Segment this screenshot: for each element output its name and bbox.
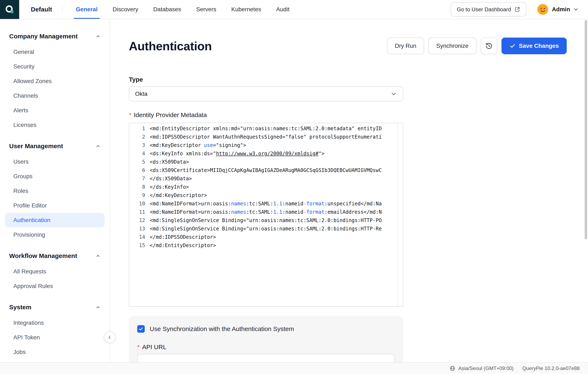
user-avatar[interactable]	[537, 4, 548, 15]
sidebar: Company ManagementGeneralSecurityAllowed…	[0, 19, 110, 362]
sidebar-item-alerts[interactable]: Alerts	[5, 103, 105, 118]
tab-servers[interactable]: Servers	[189, 0, 224, 19]
chevron-down-icon[interactable]	[573, 6, 579, 12]
sidebar-item-groups[interactable]: Groups	[5, 169, 105, 184]
app-window: Default GeneralDiscoveryDatabasesServers…	[0, 0, 588, 374]
sidebar-item-channels[interactable]: Channels	[5, 88, 105, 103]
code-line: 13<md:SingleSignOnService Binding="urn:o…	[129, 225, 403, 233]
user-name-label[interactable]: Admin	[552, 6, 570, 13]
line-number: 6	[129, 166, 145, 175]
sidebar-item-provisioning[interactable]: Provisioning	[5, 228, 105, 242]
code-line: 3<md:KeyDescriptor use="signing">	[129, 141, 403, 149]
sidebar-item-roles[interactable]: Roles	[5, 184, 105, 198]
sidebar-item-approval-rules[interactable]: Approval Rules	[5, 279, 105, 293]
sidebar-section-title-text: Workflow Management	[9, 252, 77, 259]
tab-databases[interactable]: Databases	[146, 0, 189, 19]
page-scrollbar[interactable]	[585, 20, 587, 239]
line-number: 9	[129, 191, 145, 199]
code-line: 15</md:EntityDescriptor>	[129, 241, 403, 250]
sidebar-section: User ManagementUsersGroupsRolesProfile E…	[0, 142, 110, 242]
code-line: 6<ds:X509Certificate>MIIDqjCCApKgAwIBAgI…	[129, 166, 403, 175]
line-number: 15	[129, 241, 145, 250]
sidebar-section-title-workflow-management[interactable]: Workflow Management	[0, 251, 110, 261]
sidebar-section: SystemIntegrationsAPI TokenJobs	[0, 303, 110, 359]
code-line: 5<ds:X509Data>	[129, 158, 403, 166]
sidebar-item-allowed-zones[interactable]: Allowed Zones	[5, 74, 105, 88]
go-to-user-dashboard-button[interactable]: Go to User Dashboard	[451, 2, 526, 16]
sidebar-item-authentication[interactable]: Authentication	[5, 213, 105, 228]
line-code: </ds:X509Data>	[150, 175, 192, 183]
line-number: 5	[129, 158, 145, 166]
sidebar-section-title-system[interactable]: System	[0, 303, 110, 312]
type-field-label: Type	[129, 76, 403, 83]
code-line: 14</md:IDPSSODescriptor>	[129, 233, 403, 241]
code-line: 12<md:SingleSignOnService Binding="urn:o…	[129, 216, 403, 225]
sidebar-section-title-user-management[interactable]: User Management	[0, 142, 110, 151]
save-changes-button[interactable]: Save Changes	[502, 38, 567, 54]
chevron-left-icon	[107, 335, 112, 340]
code-line: 8</ds:KeyInfo>	[129, 183, 403, 191]
line-number: 14	[129, 233, 145, 241]
line-code: </md:KeyDescriptor>	[150, 191, 207, 199]
code-line: 10<md:NameIDFormat>urn:oasis:names:tc:SA…	[129, 199, 403, 208]
line-code: </md:EntityDescriptor>	[150, 241, 216, 250]
line-number: 8	[129, 183, 145, 191]
body-row: Company ManagementGeneralSecurityAllowed…	[0, 19, 588, 362]
sidebar-item-integrations[interactable]: Integrations	[5, 316, 105, 330]
api-url-field-label-text: API URL	[142, 343, 167, 351]
tab-discovery[interactable]: Discovery	[105, 0, 146, 19]
sidebar-collapse-button[interactable]	[104, 331, 116, 343]
sync-checkbox[interactable]	[137, 325, 145, 333]
sidebar-item-jobs[interactable]: Jobs	[5, 345, 105, 359]
chevron-up-icon	[95, 34, 101, 39]
chevron-down-icon	[390, 91, 397, 97]
synchronize-button[interactable]: Synchronize	[428, 38, 476, 54]
line-code: </md:IDPSSODescriptor>	[150, 233, 216, 241]
metadata-editor-lines: 1<md:EntityDescriptor xmlns:md="urn:oasi…	[129, 124, 403, 250]
chevron-up-icon	[95, 253, 101, 258]
line-code: <md:KeyDescriptor use="signing">	[150, 141, 246, 149]
code-line: 11<md:NameIDFormat>urn:oasis:names:tc:SA…	[129, 208, 403, 216]
code-line: 7</ds:X509Data>	[129, 175, 403, 183]
tab-audit[interactable]: Audit	[269, 0, 297, 19]
code-line: 9</md:KeyDescriptor>	[129, 191, 403, 199]
sidebar-section-title-text: User Management	[9, 143, 63, 150]
status-bar: Asia/Seoul (GMT+09:00) QueryPie 10.2.0-a…	[0, 362, 588, 374]
api-url-input[interactable]	[137, 354, 395, 362]
line-code: <md:IDPSSODescriptor WantAuthnRequestsSi…	[150, 133, 382, 141]
line-number: 13	[129, 225, 145, 233]
sidebar-section: Company ManagementGeneralSecurityAllowed…	[0, 32, 110, 132]
required-marker: *	[129, 111, 131, 119]
line-code: <ds:KeyInfo xmlns:ds="http://www.w3.org/…	[150, 149, 325, 158]
history-button[interactable]	[481, 38, 497, 54]
tab-general[interactable]: General	[68, 0, 105, 19]
api-url-field-label: * API URL	[137, 343, 395, 351]
sidebar-item-users[interactable]: Users	[5, 154, 105, 169]
querypie-logo[interactable]	[0, 0, 19, 19]
sync-checkbox-row: Use Synchronization with the Authenticat…	[137, 323, 395, 333]
external-link-icon	[514, 6, 520, 12]
version-label: QueryPie 10.2.0-ae07e88	[522, 365, 580, 371]
sidebar-item-profile-editor[interactable]: Profile Editor	[5, 198, 105, 213]
sidebar-item-licenses[interactable]: Licenses	[5, 118, 105, 132]
sidebar-item-security[interactable]: Security	[5, 59, 105, 74]
sidebar-section-title-company-management[interactable]: Company Management	[0, 32, 110, 41]
save-changes-label: Save Changes	[519, 43, 559, 49]
synchronization-panel: Use Synchronization with the Authenticat…	[129, 316, 403, 362]
sidebar-item-all-requests[interactable]: All Requests	[5, 264, 105, 279]
sidebar-item-api-token[interactable]: API Token	[5, 330, 105, 345]
metadata-editor[interactable]: 1<md:EntityDescriptor xmlns:md="urn:oasi…	[129, 123, 403, 307]
sync-checkbox-label: Use Synchronization with the Authenticat…	[150, 325, 294, 332]
topbar-right-cluster: Go to User Dashboard Admin	[451, 2, 588, 16]
check-icon	[138, 326, 143, 331]
sidebar-item-general[interactable]: General	[5, 45, 105, 59]
chevron-up-icon	[95, 305, 101, 310]
line-code: <md:NameIDFormat>urn:oasis:names:tc:SAML…	[150, 199, 382, 208]
type-select[interactable]: Okta	[129, 86, 403, 101]
line-number: 11	[129, 208, 145, 216]
line-number: 4	[129, 149, 145, 158]
dry-run-button[interactable]: Dry Run	[387, 38, 424, 54]
line-code: <ds:X509Data>	[150, 158, 189, 166]
querypie-logo-icon	[4, 4, 15, 15]
tab-kubernetes[interactable]: Kubernetes	[224, 0, 269, 19]
